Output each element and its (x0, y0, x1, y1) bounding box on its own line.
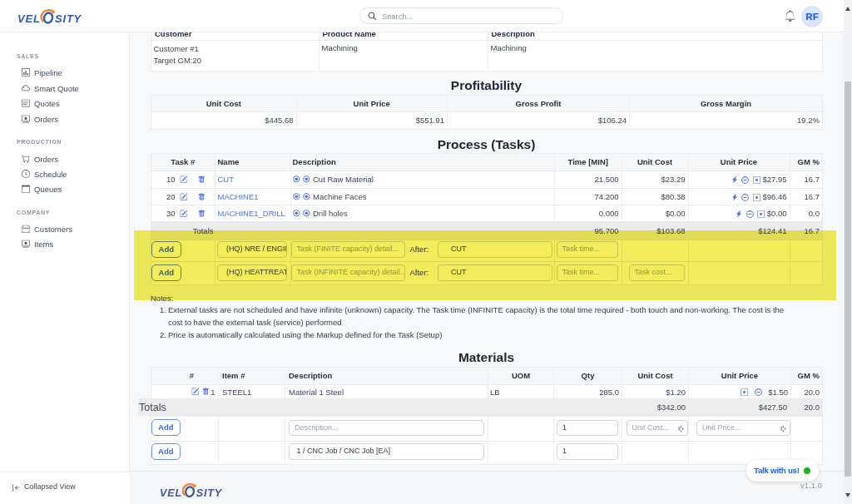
svg-text:VEL: VEL (17, 12, 41, 25)
svg-text:SITY: SITY (55, 12, 82, 25)
svg-text:VEL: VEL (160, 487, 182, 499)
svg-text:SITY: SITY (196, 487, 223, 499)
